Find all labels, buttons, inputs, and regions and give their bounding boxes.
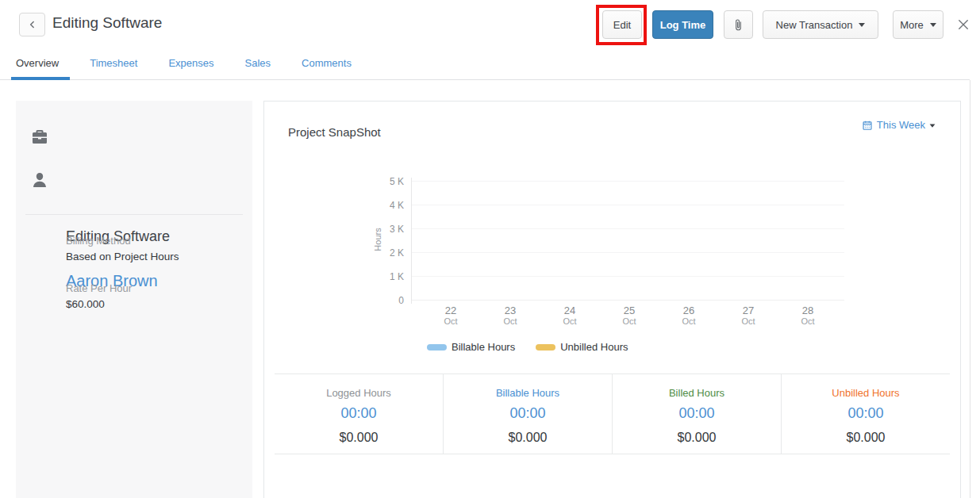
log-time-button[interactable]: Log Time — [652, 10, 713, 39]
tab-overview[interactable]: Overview — [13, 49, 62, 80]
unbilled-swatch-icon — [536, 344, 555, 351]
period-selector[interactable]: This Week — [862, 119, 936, 131]
stat-amount: $0.000 — [275, 431, 443, 445]
rate-per-hour-value: $60.000 — [66, 298, 105, 310]
close-icon — [956, 17, 970, 32]
project-summary-panel: Editing Software Aaron Brown Billing Met… — [16, 101, 252, 498]
chevron-down-icon — [930, 124, 936, 127]
more-label: More — [900, 19, 924, 31]
y-tick-label: 0 — [372, 295, 404, 306]
gridline — [412, 228, 844, 229]
gridline — [412, 276, 844, 277]
content-right-border — [970, 80, 970, 498]
back-button[interactable] — [19, 13, 45, 36]
more-button[interactable]: More — [893, 10, 943, 39]
gridline-zero — [412, 300, 844, 301]
legend-item-unbilled: Unbilled Hours — [536, 341, 628, 353]
new-transaction-label: New Transaction — [776, 19, 853, 31]
stat-time: 00:00 — [444, 405, 612, 422]
stat-label: Billed Hours — [613, 387, 781, 399]
new-transaction-button[interactable]: New Transaction — [763, 10, 878, 39]
stat-time: 00:00 — [275, 405, 443, 422]
briefcase-icon — [30, 127, 49, 146]
chart-legend: Billable Hours Unbilled Hours — [427, 341, 628, 353]
tab-timesheet[interactable]: Timesheet — [86, 49, 140, 80]
edit-button[interactable]: Edit — [602, 10, 642, 39]
gridline — [412, 252, 844, 253]
x-tick-label: 24Oct — [546, 305, 594, 327]
stat-billable-hours: Billable Hours 00:00 $0.000 — [443, 374, 612, 454]
y-tick-label: 4 K — [372, 200, 404, 211]
chevron-down-icon — [859, 23, 865, 27]
user-icon — [30, 170, 49, 190]
period-selector-label: This Week — [877, 119, 925, 131]
calendar-icon — [862, 120, 873, 131]
billing-method-label: Billing Method — [66, 235, 131, 247]
gridline — [412, 181, 844, 182]
stat-logged-hours: Logged Hours 00:00 $0.000 — [275, 374, 443, 454]
chevron-left-icon — [27, 19, 38, 30]
stat-label: Unbilled Hours — [782, 387, 950, 399]
y-tick-label: 5 K — [372, 176, 404, 187]
divider — [25, 214, 243, 215]
attachment-button[interactable] — [724, 10, 753, 39]
x-tick-label: 22Oct — [427, 305, 475, 327]
tab-expenses[interactable]: Expenses — [165, 49, 217, 80]
x-tick-label: 25Oct — [605, 305, 653, 327]
stat-time: 00:00 — [613, 405, 781, 422]
billing-method-value: Based on Project Hours — [66, 251, 179, 262]
y-tick-label: 2 K — [372, 247, 404, 259]
stat-label: Billable Hours — [444, 387, 612, 399]
stat-label: Logged Hours — [275, 387, 443, 399]
tab-comments[interactable]: Comments — [298, 49, 355, 80]
snapshot-title: Project SnapShot — [288, 125, 381, 139]
y-tick-label: 3 K — [372, 224, 404, 235]
stat-time: 00:00 — [782, 405, 950, 422]
chevron-down-icon — [930, 23, 936, 27]
stat-amount: $0.000 — [613, 431, 781, 445]
legend-label: Billable Hours — [452, 341, 515, 353]
paperclip-icon — [732, 18, 744, 32]
y-tick-label: 1 K — [372, 271, 404, 282]
header: Editing Software Edit Log Time New Trans… — [0, 0, 980, 49]
legend-item-billable: Billable Hours — [427, 341, 515, 353]
rate-per-hour-label: Rate Per Hour — [66, 282, 132, 294]
tab-bar: Overview Timesheet Expenses Sales Commen… — [0, 49, 970, 80]
x-tick-label: 26Oct — [665, 305, 713, 327]
close-button[interactable] — [953, 14, 974, 35]
y-axis-line — [411, 178, 412, 304]
x-tick-label: 27Oct — [724, 305, 772, 327]
x-tick-label: 23Oct — [486, 305, 534, 327]
legend-label: Unbilled Hours — [560, 341, 628, 353]
stat-amount: $0.000 — [444, 431, 612, 445]
gridline — [412, 205, 844, 205]
project-snapshot-card: Project SnapShot This Week Hours 5 K 4 K… — [263, 101, 961, 498]
x-tick-label: 28Oct — [784, 305, 832, 327]
billable-swatch-icon — [427, 344, 447, 351]
page-title: Editing Software — [52, 14, 162, 32]
hours-summary-row: Logged Hours 00:00 $0.000 Billable Hours… — [275, 374, 950, 454]
stat-amount: $0.000 — [782, 431, 950, 445]
stat-billed-hours: Billed Hours 00:00 $0.000 — [612, 374, 781, 454]
tab-sales[interactable]: Sales — [242, 49, 275, 80]
stat-unbilled-hours: Unbilled Hours 00:00 $0.000 — [781, 374, 950, 454]
